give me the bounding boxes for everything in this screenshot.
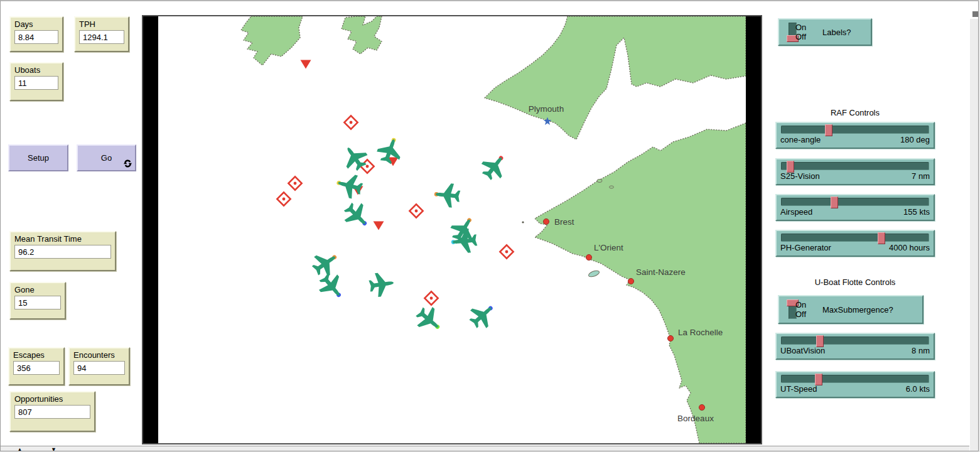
slider-handle[interactable] — [787, 161, 794, 173]
raf-controls-title: RAF Controls — [775, 108, 935, 117]
city-dot-icon — [667, 335, 673, 341]
monitor-uboats: Uboats 11 — [9, 62, 63, 101]
monitor-value: 807 — [14, 405, 90, 419]
city-label: La Rochelle — [678, 328, 723, 337]
switch-label: MaxSubmergence? — [822, 305, 893, 315]
slider-handle[interactable] — [825, 124, 832, 136]
switch-toggle[interactable]: On Off — [783, 299, 805, 320]
monitor-label: Uboats — [14, 65, 58, 75]
slider-handle[interactable] — [816, 335, 824, 347]
slider-label: Airspeed — [780, 207, 812, 217]
slider-value: 155 kts — [903, 207, 930, 217]
map-canvas[interactable]: PlymouthBrestL'OrientSaint-NazereLa Roch… — [158, 16, 746, 443]
slider-track[interactable] — [781, 234, 929, 242]
world-view[interactable]: PlymouthBrestL'OrientSaint-NazereLa Roch… — [142, 15, 762, 444]
island — [610, 186, 614, 188]
slider-ut-speed[interactable]: UT-Speed 6.0 kts — [775, 371, 935, 398]
city-label: Plymouth — [529, 104, 564, 114]
monitor-label: Opportunities — [14, 394, 90, 404]
island — [597, 180, 602, 183]
slider-track[interactable] — [781, 162, 929, 170]
monitor-label: TPH — [79, 19, 124, 29]
monitor-label: Days — [14, 19, 58, 29]
slider-label: PH-Generator — [780, 243, 831, 252]
slider-track[interactable] — [781, 336, 929, 345]
monitor-value: 96.2 — [14, 245, 111, 259]
slider-handle[interactable] — [878, 232, 885, 244]
city-label: Brest — [554, 217, 574, 227]
city-dot-icon — [628, 278, 633, 284]
slider-label: UBoatVision — [780, 346, 825, 355]
slider-uboatvision[interactable]: UBoatVision 8 nm — [775, 333, 935, 360]
slider-value: 4000 hours — [889, 243, 930, 252]
slider-s25-vision[interactable]: S25-Vision 7 nm — [775, 158, 935, 185]
slider-airspeed[interactable]: Airspeed 155 kts — [775, 194, 935, 221]
diamond-dot-icon — [294, 182, 297, 185]
slider-track[interactable] — [781, 126, 929, 134]
city-label: Saint-Nazere — [636, 267, 686, 277]
switch-on-label: On — [795, 300, 806, 309]
world-edge-right — [746, 16, 761, 443]
slider-track[interactable] — [781, 375, 929, 383]
monitor-gone: Gone 15 — [9, 282, 66, 320]
switch-label: Labels? — [822, 28, 851, 37]
world-edge-left — [143, 16, 158, 443]
slider-label: S25-Vision — [780, 171, 820, 181]
app-window: Days 8.84 TPH 1294.1 Uboats 11 Setup Go … — [0, 0, 979, 451]
city-label: Bordeaux — [677, 414, 714, 423]
monitor-label: Gone — [14, 285, 61, 294]
monitor-label: Encounters — [73, 350, 125, 360]
monitor-value: 11 — [14, 76, 58, 90]
city-dot-icon — [586, 254, 591, 260]
vertical-scrollbar[interactable] — [970, 19, 979, 451]
scroll-down-arrow-icon[interactable]: ▼ — [51, 446, 57, 451]
bottom-scroll-strip[interactable]: ▲ ▼ — [1, 446, 969, 451]
monitor-value: 15 — [14, 296, 61, 309]
switch-off-label: Off — [795, 309, 806, 319]
slider-value: 8 nm — [912, 346, 930, 355]
switch-toggle[interactable]: On Off — [783, 22, 805, 42]
slider-track[interactable] — [781, 198, 929, 206]
monitor-days: Days 8.84 — [9, 16, 63, 52]
city-dot-icon — [543, 218, 549, 224]
uboat-controls-title: U-Boat Flotte Controls — [775, 277, 935, 287]
diamond-dot-icon — [283, 198, 286, 201]
switch-maxsubmergence[interactable]: On Off MaxSubmergence? — [778, 295, 923, 324]
diamond-dot-icon — [505, 250, 509, 254]
slider-handle[interactable] — [831, 196, 838, 208]
scroll-nub[interactable] — [972, 11, 978, 17]
diamond-dot-icon — [366, 165, 369, 168]
diamond-dot-icon — [415, 210, 418, 213]
monitor-value: 1294.1 — [79, 30, 124, 44]
slider-ph-generator[interactable]: PH-Generator 4000 hours — [775, 230, 935, 257]
monitor-tph: TPH 1294.1 — [74, 16, 129, 52]
monitor-opportunities: Opportunities 807 — [9, 391, 95, 432]
monitor-mean-transit-time: Mean Transit Time 96.2 — [9, 231, 116, 271]
monitor-value: 94 — [73, 361, 125, 375]
slider-value: 6.0 kts — [906, 384, 930, 394]
monitor-escapes: Escapes 356 — [8, 347, 65, 385]
city-label: L'Orient — [594, 243, 623, 252]
monitor-encounters: Encounters 94 — [68, 347, 130, 385]
slider-label: UT-Speed — [780, 384, 817, 394]
slider-cone-angle[interactable]: cone-angle 180 deg — [775, 122, 935, 149]
diamond-dot-icon — [350, 121, 353, 124]
city-dot-icon — [699, 404, 704, 410]
go-button[interactable]: Go — [77, 144, 136, 171]
monitor-label: Mean Transit Time — [14, 234, 111, 244]
scroll-up-arrow-icon[interactable]: ▲ — [17, 446, 23, 451]
setup-button[interactable]: Setup — [8, 144, 68, 171]
switch-labels[interactable]: On Off Labels? — [778, 18, 872, 46]
go-button-label: Go — [101, 153, 112, 163]
monitor-value: 8.84 — [14, 30, 58, 44]
monitor-value: 356 — [13, 361, 60, 375]
rock — [522, 221, 524, 223]
monitor-label: Escapes — [13, 350, 60, 360]
switch-off-label: Off — [795, 32, 806, 41]
slider-value: 7 nm — [912, 171, 930, 181]
slider-handle[interactable] — [815, 374, 822, 385]
forever-icon — [124, 159, 132, 168]
diamond-dot-icon — [430, 297, 433, 300]
switch-on-label: On — [795, 23, 806, 32]
slider-label: cone-angle — [780, 135, 821, 144]
